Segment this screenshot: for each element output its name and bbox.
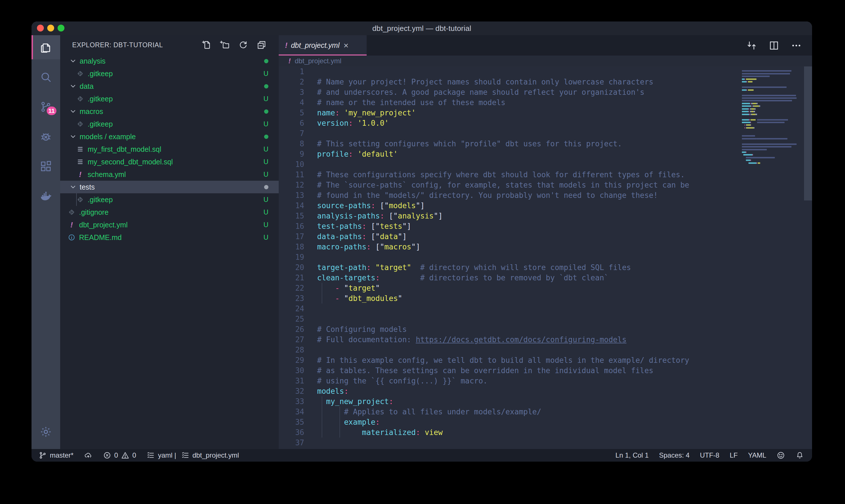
- code-line-3[interactable]: 3# and underscores. A good package name …: [279, 87, 812, 97]
- status-eol[interactable]: LF: [730, 451, 738, 459]
- code-line-19[interactable]: 19: [279, 252, 812, 262]
- code-line-4[interactable]: 4# name or the intended use of these mod…: [279, 97, 812, 108]
- zoom-window-button[interactable]: [58, 25, 65, 32]
- activity-item-docker[interactable]: [32, 184, 60, 208]
- line-text: [317, 252, 812, 262]
- tree-folder-tests[interactable]: tests: [60, 181, 279, 193]
- git-file-icon: [76, 196, 84, 204]
- activity-item-explorer[interactable]: [32, 35, 60, 59]
- tree-folder-macros[interactable]: macros: [60, 105, 279, 118]
- tree-file-dbt-project-yml[interactable]: !dbt_project.ymlU: [60, 218, 279, 231]
- tree-folder-models-example[interactable]: models / example: [60, 130, 279, 143]
- status-encoding[interactable]: UTF-8: [700, 451, 719, 459]
- more-actions-button[interactable]: [791, 40, 802, 51]
- tree-folder-analysis[interactable]: analysis: [60, 55, 279, 67]
- code-line-18[interactable]: 18macro-paths: ["macros"]: [279, 242, 812, 252]
- open-changes-button[interactable]: [746, 40, 757, 51]
- new-file-icon: [201, 40, 212, 50]
- code-line-29[interactable]: 29# In this example config, we tell dbt …: [279, 355, 812, 365]
- line-number: 32: [279, 386, 317, 396]
- code-line-17[interactable]: 17data-paths: ["data"]: [279, 231, 812, 242]
- tree-file--gitkeep[interactable]: .gitkeepU: [60, 92, 279, 105]
- tree-indent-guide: [76, 193, 77, 206]
- code-line-7[interactable]: 7: [279, 128, 812, 139]
- code-line-2[interactable]: 2# Name your project! Project names shou…: [279, 77, 812, 87]
- code-line-24[interactable]: 24: [279, 304, 812, 314]
- minimap-line: [742, 146, 791, 147]
- code-line-10[interactable]: 10: [279, 159, 812, 169]
- code-line-20[interactable]: 20target-path: "target" # directory whic…: [279, 262, 812, 273]
- line-number: 21: [279, 273, 317, 283]
- breadcrumb[interactable]: ! dbt_project.yml: [279, 56, 812, 67]
- close-window-button[interactable]: [37, 25, 44, 32]
- code-line-11[interactable]: 11# These configurations specify where d…: [279, 169, 812, 180]
- status-tasks[interactable]: yaml | dbt_project.yml: [146, 451, 239, 460]
- code-line-21[interactable]: 21clean-targets: # directories to be rem…: [279, 273, 812, 283]
- tree-file--gitignore[interactable]: .gitignoreU: [60, 206, 279, 218]
- code-line-36[interactable]: 36 materialized: view: [279, 427, 812, 437]
- new-folder-button[interactable]: [220, 40, 230, 50]
- sql-file-icon: [76, 158, 84, 166]
- tree-folder-data[interactable]: data: [60, 80, 279, 92]
- code-line-32[interactable]: 32models:: [279, 386, 812, 396]
- code-line-37[interactable]: 37: [279, 437, 812, 448]
- code-line-8[interactable]: 8# This setting configures which "profil…: [279, 139, 812, 149]
- new-folder-icon: [220, 40, 230, 50]
- tree-file-readme-md[interactable]: README.mdU: [60, 231, 279, 244]
- collapse-folders-button[interactable]: [256, 40, 267, 50]
- code-line-13[interactable]: 13# found in the "models/" directory. Yo…: [279, 190, 812, 200]
- code-line-26[interactable]: 26# Configuring models: [279, 324, 812, 335]
- code-line-35[interactable]: 35 example:: [279, 417, 812, 427]
- activity-item-extensions[interactable]: [32, 154, 60, 178]
- settings-icon: [39, 425, 52, 438]
- status-language-mode[interactable]: YAML: [748, 451, 766, 459]
- code-line-31[interactable]: 31# using the `{{ config(...) }}` macro.: [279, 376, 812, 386]
- minimap[interactable]: [742, 67, 804, 449]
- code-line-28[interactable]: 28: [279, 345, 812, 355]
- split-editor-button[interactable]: [769, 40, 779, 51]
- code-line-23[interactable]: 23 - "dbt_modules": [279, 293, 812, 304]
- code-line-34[interactable]: 34 # Applies to all files under models/e…: [279, 407, 812, 417]
- code-line-15[interactable]: 15analysis-paths: ["analysis"]: [279, 211, 812, 221]
- status-git-branch[interactable]: master*: [38, 451, 74, 460]
- tree-file-my-second-dbt-model-sql[interactable]: my_second_dbt_model.sqlU: [60, 156, 279, 168]
- breadcrumb-file[interactable]: dbt_project.yml: [295, 57, 341, 65]
- code-line-12[interactable]: 12# The `source-paths` config, for examp…: [279, 180, 812, 190]
- activity-item-source-control[interactable]: 11: [32, 95, 60, 119]
- activity-item-debug[interactable]: [32, 125, 60, 149]
- tree-file--gitkeep[interactable]: .gitkeepU: [60, 67, 279, 80]
- code-line-1[interactable]: 1: [279, 67, 812, 77]
- code-line-6[interactable]: 6version: '1.0.0': [279, 118, 812, 128]
- line-text: # and underscores. A good package name s…: [317, 87, 812, 97]
- refresh-explorer-button[interactable]: [238, 40, 248, 50]
- status-indentation[interactable]: Spaces: 4: [659, 451, 690, 459]
- code-line-27[interactable]: 27# Full documentation: https://docs.get…: [279, 335, 812, 345]
- tree-file-my-first-dbt-model-sql[interactable]: my_first_dbt_model.sqlU: [60, 143, 279, 156]
- minimize-window-button[interactable]: [47, 25, 54, 32]
- code-line-16[interactable]: 16test-paths: ["tests"]: [279, 221, 812, 231]
- item-label: my_first_dbt_model.sql: [88, 145, 161, 154]
- status-cursor-position[interactable]: Ln 1, Col 1: [615, 451, 649, 459]
- code-line-25[interactable]: 25: [279, 314, 812, 324]
- code-line-30[interactable]: 30# as tables. These settings can be ove…: [279, 365, 812, 376]
- code-line-33[interactable]: 33 my_new_project:: [279, 396, 812, 407]
- tree-file--gitkeep[interactable]: .gitkeepU: [60, 118, 279, 130]
- status-publish-changes[interactable]: [84, 451, 92, 460]
- activity-item-search[interactable]: [32, 65, 60, 89]
- tab-dbt-project-yml[interactable]: ! dbt_project.yml ×: [279, 35, 367, 56]
- tree-file--gitkeep[interactable]: .gitkeepU: [60, 193, 279, 206]
- status-problems[interactable]: 00: [103, 451, 136, 460]
- new-file-button[interactable]: [201, 40, 212, 50]
- code-line-9[interactable]: 9profile: 'default': [279, 149, 812, 159]
- line-text: my_new_project:: [317, 396, 812, 407]
- tree-file-schema-yml[interactable]: !schema.ymlU: [60, 168, 279, 181]
- code-editor[interactable]: 12# Name your project! Project names sho…: [279, 67, 812, 449]
- editor-scrollbar[interactable]: [804, 67, 812, 200]
- status-notifications[interactable]: [795, 451, 804, 460]
- code-line-5[interactable]: 5name: 'my_new_project': [279, 108, 812, 118]
- code-line-14[interactable]: 14source-paths: ["models"]: [279, 200, 812, 211]
- status-feedback[interactable]: [776, 451, 785, 460]
- close-tab-icon[interactable]: ×: [343, 41, 348, 50]
- activity-item-settings[interactable]: [32, 420, 60, 444]
- code-line-22[interactable]: 22 - "target": [279, 283, 812, 293]
